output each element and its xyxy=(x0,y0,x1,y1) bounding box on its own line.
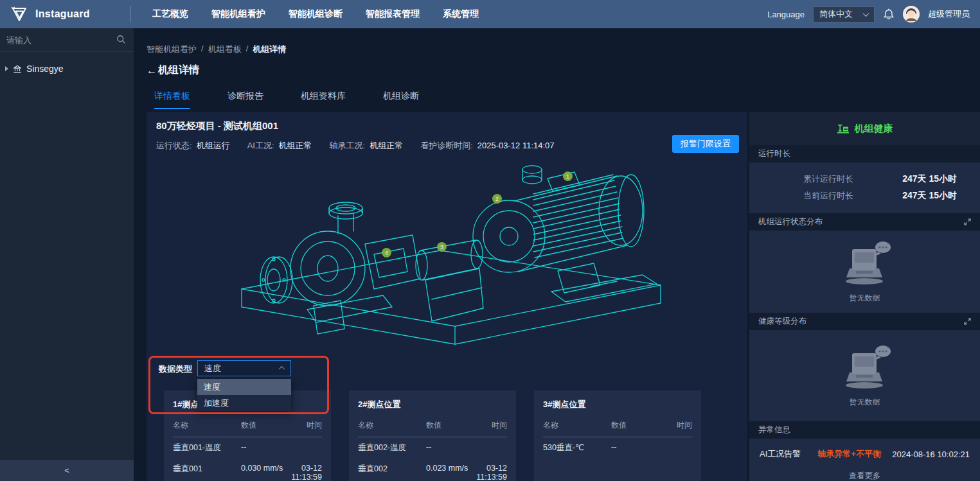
col-header-value: 数值 xyxy=(611,420,654,431)
language-value: 简体中文 xyxy=(819,8,853,20)
breadcrumb-unit-care[interactable]: 智能机组看护 xyxy=(147,44,197,55)
user-avatar[interactable] xyxy=(903,6,920,22)
col-header-value: 数值 xyxy=(426,420,468,431)
cell-name: 垂直002 xyxy=(358,464,426,481)
no-data-text: 暂无数据 xyxy=(850,293,880,304)
nav-item-unit-diagnosis[interactable]: 智能机组诊断 xyxy=(289,8,343,20)
language-select[interactable]: 简体中文 xyxy=(813,6,875,22)
sidebar-search-input[interactable] xyxy=(0,35,134,45)
breadcrumb: 智能机组看护 / 机组看板 / 机组详情 xyxy=(147,44,980,55)
tab-detail-board[interactable]: 详情看板 xyxy=(154,91,190,109)
section-header-abnormal-info: 异常信息 xyxy=(749,421,980,439)
col-header-name: 名称 xyxy=(173,420,241,431)
empty-state-run-state: 暂无数据 xyxy=(749,231,980,313)
no-data-illustration xyxy=(834,240,896,288)
table-row: 垂直002 0.023 mm/s 03-12 11:13:59 xyxy=(358,459,507,481)
col-header-time: 时间 xyxy=(468,420,507,431)
search-icon[interactable] xyxy=(116,35,126,46)
data-type-dropdown-menu: 速度 加速度 xyxy=(197,379,291,411)
table-row: 垂直001 0.030 mm/s 03-12 11:13:59 xyxy=(173,459,322,481)
data-type-selected-value: 速度 xyxy=(204,363,221,374)
section-header-runtime: 运行时长 xyxy=(749,145,980,162)
back-arrow[interactable]: ← xyxy=(147,65,157,76)
nav-item-unit-care[interactable]: 智能机组看护 xyxy=(211,8,265,20)
unit-title: 80万轻烃项目 - 测试机组001 xyxy=(156,120,278,132)
measure-point-card-2: 2#测点位置 名称 数值 时间 垂直002-温度 -- 垂直002 xyxy=(349,390,516,481)
cell-name: 垂直001-温度 xyxy=(173,442,241,453)
card-title: 2#测点位置 xyxy=(349,390,516,410)
measure-point-marker-1[interactable]: 1 xyxy=(563,171,573,181)
cell-name: 530垂直-℃ xyxy=(543,442,611,453)
cell-time xyxy=(654,442,692,453)
top-navbar: Instaguard 工艺概览 智能机组看护 智能机组诊断 智能报表管理 系统管… xyxy=(0,0,980,28)
expand-icon[interactable] xyxy=(964,318,971,325)
measure-point-marker-4[interactable]: 4 xyxy=(382,248,391,258)
no-data-text: 暂无数据 xyxy=(850,397,880,408)
breadcrumb-unit-board[interactable]: 机组看板 xyxy=(208,44,242,55)
nav-item-report-mgmt[interactable]: 智能报表管理 xyxy=(366,8,420,20)
runtime-row: 当前运行时长 247天 15小时 xyxy=(749,190,980,202)
status-label: 看护诊断时间: xyxy=(420,141,473,150)
no-data-illustration xyxy=(834,344,896,392)
tab-diagnosis-report[interactable]: 诊断报告 xyxy=(227,91,263,109)
table-row: 垂直002-温度 -- xyxy=(358,437,507,459)
expand-icon[interactable] xyxy=(964,218,971,225)
caret-right-icon[interactable] xyxy=(5,66,8,71)
tab-unit-library[interactable]: 机组资料库 xyxy=(301,91,346,109)
cell-time xyxy=(468,442,507,453)
unit-detail-panel: 80万轻烃项目 - 测试机组001 运行状态:机组运行 AI工况:机组正常 轴承… xyxy=(147,112,747,481)
nav-item-process-overview[interactable]: 工艺概览 xyxy=(152,8,188,20)
empty-state-health-grade: 暂无数据 xyxy=(749,330,980,421)
measure-point-marker-2[interactable]: 2 xyxy=(492,194,502,204)
notification-bell-icon[interactable] xyxy=(883,8,895,21)
dropdown-option-velocity[interactable]: 速度 xyxy=(197,379,291,395)
cell-time: 03-12 11:13:59 xyxy=(283,464,322,481)
cell-value: -- xyxy=(241,442,283,453)
section-header-label: 健康等级分布 xyxy=(758,316,806,327)
section-header-health-grade-distribution: 健康等级分布 xyxy=(749,313,980,330)
status-label: AI工况: xyxy=(247,141,274,150)
status-value: 机组正常 xyxy=(370,141,403,150)
status-value: 机组正常 xyxy=(279,141,312,150)
cell-name: 垂直001 xyxy=(173,464,241,481)
cell-value: 0.023 mm/s xyxy=(426,464,468,481)
runtime-row: 累计运行时长 247天 15小时 xyxy=(749,173,980,185)
chevron-down-icon xyxy=(863,10,869,17)
collapse-chevron: < xyxy=(64,466,69,475)
cell-name: 垂直002-温度 xyxy=(358,442,426,453)
col-header-name: 名称 xyxy=(543,420,611,431)
navbar-divider xyxy=(130,6,130,22)
view-more-link[interactable]: 查看更多 xyxy=(749,471,980,481)
table-row: 530垂直-℃ -- xyxy=(543,437,692,459)
section-header-label: 机组运行状态分布 xyxy=(758,216,823,227)
measure-point-marker-3[interactable]: 3 xyxy=(437,242,447,252)
section-header-label: 异常信息 xyxy=(758,424,790,435)
brand: Instaguard xyxy=(10,6,130,22)
detail-tabs: 详情看板 诊断报告 机组资料库 机组诊断 xyxy=(147,91,980,109)
health-panel-title: 机组健康 xyxy=(855,123,893,135)
alert-type: AI工况告警 xyxy=(760,448,801,460)
page-title: 机组详情 xyxy=(158,64,199,77)
col-header-name: 名称 xyxy=(358,420,426,431)
sidebar-collapse-button[interactable]: < xyxy=(0,460,134,481)
health-machine-icon xyxy=(837,123,850,134)
breadcrumb-unit-detail: 机组详情 xyxy=(253,44,286,55)
cell-value: -- xyxy=(611,442,654,453)
measure-point-card-3: 3#测点位置 名称 数值 时间 530垂直-℃ -- xyxy=(534,390,701,481)
unit-status-line: 运行状态:机组运行 AI工况:机组正常 轴承工况:机组正常 看护诊断时间:202… xyxy=(156,140,555,152)
tree-item-label: Sinsegye xyxy=(26,64,64,74)
pump-motor-wireframe xyxy=(231,154,675,348)
current-user-name: 超级管理员 xyxy=(928,8,970,20)
runtime-value: 247天 15小时 xyxy=(902,190,957,202)
status-value: 机组运行 xyxy=(197,141,230,150)
tab-unit-diagnosis[interactable]: 机组诊断 xyxy=(383,91,419,109)
alarm-threshold-button[interactable]: 报警门限设置 xyxy=(672,135,739,153)
dropdown-option-acceleration[interactable]: 加速度 xyxy=(197,395,291,411)
main-nav: 工艺概览 智能机组看护 智能机组诊断 智能报表管理 系统管理 xyxy=(152,8,479,20)
unit-health-panel: 机组健康 运行时长 累计运行时长 247天 15小时 当前运行时长 247天 1… xyxy=(749,112,980,481)
nav-item-system-mgmt[interactable]: 系统管理 xyxy=(443,8,479,20)
data-type-select[interactable]: 速度 xyxy=(197,360,291,376)
chevron-up-icon xyxy=(279,366,285,372)
device-tree-sidebar: Sinsegye < xyxy=(0,28,134,481)
sidebar-item-sinsegye[interactable]: Sinsegye xyxy=(0,64,134,74)
